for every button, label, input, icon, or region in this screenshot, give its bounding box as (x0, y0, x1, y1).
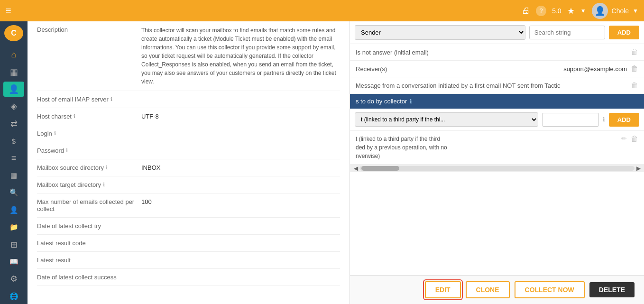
scrollbar-thumb[interactable] (361, 166, 399, 171)
list-item: Receiver(s) support@example.com 🗑 (350, 61, 644, 77)
mailbox-target-info-icon[interactable]: ℹ (103, 182, 105, 188)
add-filter-button[interactable]: ADD (609, 26, 639, 39)
date-success-label: Date of latest collect success (37, 274, 141, 281)
delete-filter-icon-1[interactable]: 🗑 (631, 48, 638, 56)
app-wrapper: ≡ 🖨 ? 5.0 ★ ▼ 👤 Chole ▼ C ⌂ ▦ 👤 ◈ ⇄ (0, 0, 644, 304)
sidebar-item-person[interactable]: 👤 (3, 203, 24, 218)
top-bar-right: 🖨 ? 5.0 ★ ▼ 👤 Chole ▼ (522, 3, 638, 19)
action-select[interactable]: t (linked to a third party if the thi... (355, 112, 538, 127)
max-emails-value: 100 (141, 198, 340, 205)
filter-item-text: Receiver(s) (356, 65, 563, 73)
charset-row: Host charset ℹ UTF-8 (37, 108, 340, 125)
action-input[interactable] (542, 113, 599, 127)
scroll-right-arrow[interactable]: ▶ (635, 165, 642, 172)
user-section[interactable]: 👤 Chole ▼ (592, 3, 638, 19)
bottom-action-bar: EDIT CLONE COLLECT NOW DELETE (350, 275, 644, 304)
sidebar-item-layers[interactable]: ≡ (3, 150, 24, 166)
hamburger-menu[interactable]: ≡ (6, 5, 11, 16)
sidebar-item-chart[interactable]: ▦ (3, 64, 24, 79)
version-label: 5.0 (552, 7, 561, 15)
scrollbar-track[interactable] (359, 166, 635, 171)
action-item: t (linked to a third party if the thirdd… (350, 131, 644, 165)
result-code-row: Latest result code (37, 235, 340, 252)
sidebar-item-users[interactable]: 👤 (3, 82, 24, 97)
edit-button[interactable]: EDIT (425, 281, 461, 298)
charset-info-icon[interactable]: ℹ (74, 113, 75, 120)
sidebar-item-folder[interactable]: 📁 (3, 220, 24, 235)
clone-button[interactable]: CLONE (466, 281, 510, 298)
right-panel: Sender ADD Is not answer (initial email)… (350, 21, 644, 304)
scroll-left-arrow[interactable]: ◀ (352, 165, 359, 172)
main-layout: C ⌂ ▦ 👤 ◈ ⇄ $ ≡ ▦ 🔍 👤 📁 ⊞ 📖 ⚙ 🌐 Descript… (0, 21, 644, 304)
list-item: Is not answer (initial email) 🗑 (350, 44, 644, 61)
mailbox-source-value: INBOX (141, 164, 340, 171)
avatar: 👤 (592, 3, 608, 19)
edit-action-icon[interactable]: ✏ (621, 135, 627, 143)
chevron-down-icon[interactable]: ▼ (580, 8, 586, 14)
sidebar-logo: C (4, 25, 23, 41)
charset-label: Host charset ℹ (37, 113, 141, 120)
sidebar-item-flow[interactable]: ⇄ (3, 116, 24, 131)
date-collect-label: Date of latest collect try (37, 222, 141, 230)
sidebar-item-search[interactable]: 🔍 (3, 185, 24, 200)
mailbox-target-label: Mailbox target directory ℹ (37, 181, 141, 188)
filter-item-text: Is not answer (initial email) (356, 49, 631, 56)
sidebar-item-book[interactable]: 📖 (3, 254, 24, 269)
delete-action-icon[interactable]: 🗑 (631, 135, 638, 143)
left-panel: Description This collector will scan you… (28, 21, 350, 304)
action-info-icon[interactable]: ℹ (603, 116, 605, 123)
top-bar: ≡ 🖨 ? 5.0 ★ ▼ 👤 Chole ▼ (0, 0, 644, 21)
charset-value: UTF-8 (141, 113, 340, 120)
login-row: Login ℹ (37, 125, 340, 142)
scrollbar-row: ◀ ▶ (350, 165, 644, 172)
password-info-icon[interactable]: ℹ (66, 147, 68, 154)
delete-filter-icon-2[interactable]: 🗑 (631, 64, 638, 73)
sidebar-item-settings[interactable]: ⚙ (3, 271, 24, 286)
sidebar-item-puzzle[interactable]: ◈ (3, 99, 24, 114)
mailbox-target-row: Mailbox target directory ℹ (37, 176, 340, 193)
top-bar-left: ≡ (6, 5, 11, 16)
password-row: Password ℹ (37, 142, 340, 159)
delete-button[interactable]: DELETE (589, 282, 635, 297)
mailbox-source-row: Mailbox source directory ℹ INBOX (37, 159, 340, 176)
content-area: Description This collector will scan you… (28, 21, 644, 304)
collect-now-button[interactable]: COLLECT NOW (515, 281, 585, 298)
list-item: Message from a conversation initiated by… (350, 77, 644, 94)
filter-row: Sender ADD (350, 21, 644, 44)
password-label: Password ℹ (37, 147, 141, 154)
print-icon[interactable]: 🖨 (522, 6, 530, 16)
sidebar-item-grid[interactable]: ⊞ (3, 237, 24, 252)
filter-select[interactable]: Sender (355, 25, 525, 40)
sidebar-item-globe[interactable]: 🌐 (3, 289, 24, 304)
max-emails-label: Max number of emails collected per colle… (37, 198, 141, 212)
filter-item-value: support@example.com (563, 65, 627, 73)
help-icon[interactable]: ? (536, 6, 546, 16)
section-info-icon[interactable]: ℹ (410, 98, 412, 105)
date-collect-row: Date of latest collect try (37, 218, 340, 235)
mailbox-source-info-icon[interactable]: ℹ (106, 165, 108, 171)
section-header-text: s to do by collector (356, 98, 407, 105)
star-icon[interactable]: ★ (567, 6, 575, 16)
action-row: t (linked to a third party if the thi...… (350, 109, 644, 131)
description-value: This collector will scan your mailbox to… (141, 26, 340, 86)
sidebar: C ⌂ ▦ 👤 ◈ ⇄ $ ≡ ▦ 🔍 👤 📁 ⊞ 📖 ⚙ 🌐 (0, 21, 28, 304)
user-chevron-icon[interactable]: ▼ (633, 8, 638, 14)
actions-section-header: s to do by collector ℹ (350, 94, 644, 109)
mailbox-source-label: Mailbox source directory ℹ (37, 164, 141, 171)
filter-item-text: Message from a conversation initiated by… (356, 82, 631, 89)
host-row: Host of email IMAP server ℹ (37, 91, 340, 108)
sidebar-item-dollar[interactable]: $ (3, 133, 24, 148)
delete-filter-icon-3[interactable]: 🗑 (631, 81, 638, 90)
search-input[interactable] (529, 26, 605, 39)
host-info-icon[interactable]: ℹ (110, 96, 112, 102)
sidebar-item-home[interactable]: ⌂ (3, 47, 24, 62)
latest-result-row: Latest result (37, 252, 340, 269)
sidebar-item-calendar[interactable]: ▦ (3, 168, 24, 183)
add-action-button[interactable]: ADD (609, 113, 639, 127)
description-label: Description (37, 26, 141, 33)
max-emails-row: Max number of emails collected per colle… (37, 193, 340, 218)
action-item-controls: ✏ 🗑 (621, 135, 638, 143)
host-label: Host of email IMAP server ℹ (37, 96, 141, 103)
login-info-icon[interactable]: ℹ (54, 130, 56, 137)
action-item-text: t (linked to a third party if the thirdd… (356, 135, 621, 160)
